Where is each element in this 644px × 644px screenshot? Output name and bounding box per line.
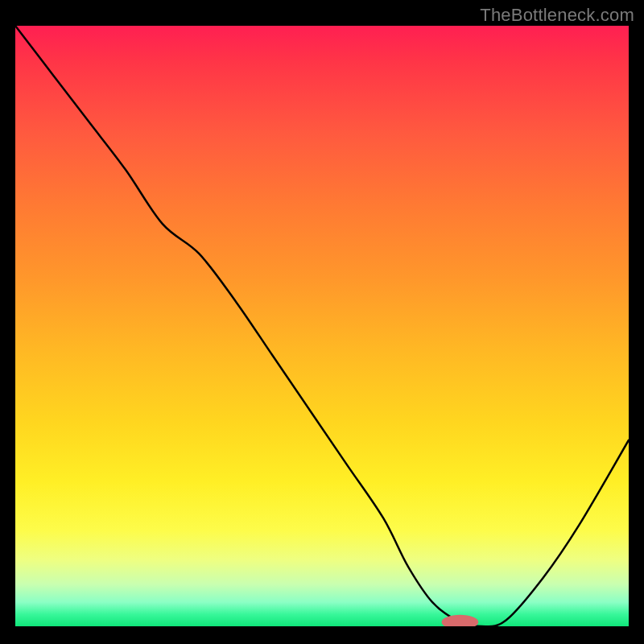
plot-area — [15, 26, 629, 626]
chart-svg — [15, 26, 629, 626]
optimal-marker — [442, 615, 479, 626]
plot-border — [14, 24, 630, 628]
bottleneck-curve — [15, 26, 629, 626]
watermark-text: TheBottleneck.com — [480, 5, 634, 26]
chart-container: TheBottleneck.com — [0, 0, 644, 644]
